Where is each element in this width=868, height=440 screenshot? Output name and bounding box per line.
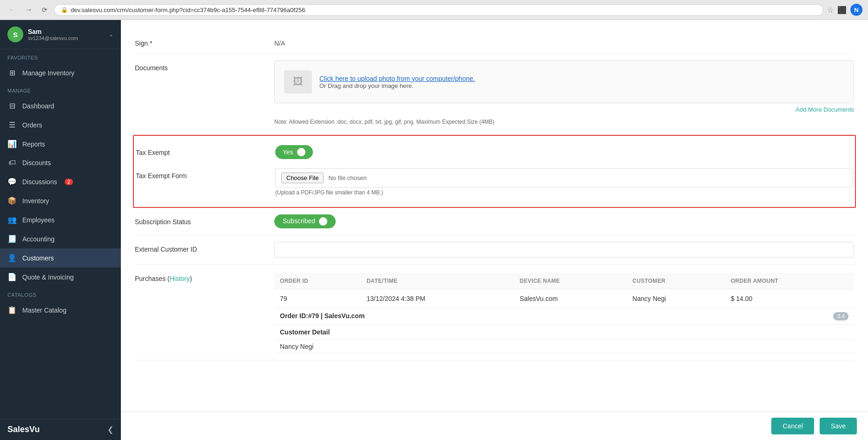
sidebar-item-inventory[interactable]: 📦 Inventory (0, 191, 121, 210)
manage-inventory-icon: ⊞ (7, 68, 17, 77)
reports-icon: 📊 (7, 140, 17, 148)
footer-bar: Cancel Save (121, 412, 868, 440)
user-name: Sam (28, 28, 104, 35)
cell-customer: Nancy Negi (627, 289, 725, 308)
external-customer-id-input[interactable] (274, 242, 854, 258)
add-more-docs-link[interactable]: Add More Documents (274, 103, 854, 116)
sidebar-item-customers-label: Customers (22, 254, 54, 262)
inventory-icon: 📦 (7, 196, 17, 205)
sidebar-item-reports[interactable]: 📊 Reports (0, 134, 121, 153)
accounting-icon: 🧾 (7, 234, 17, 243)
customer-name-cell: Nancy Negi (274, 340, 854, 353)
order-detail-cell: Order ID:#79 | SalesVu.com 3.4 (274, 308, 854, 325)
sidebar-item-discounts[interactable]: 🏷 Discounts (0, 153, 121, 172)
table-row: 79 13/12/2024 4:38 PM SalesVu.com Nancy … (274, 289, 854, 308)
browser-actions: ☆ ⬛ N (827, 4, 862, 16)
discussions-icon: 💬 (7, 177, 17, 186)
sign-row: Sign * N/A (135, 29, 854, 54)
discussions-badge: 2 (65, 179, 73, 185)
sidebar-item-manage-inventory[interactable]: ⊞ Manage Inventory (0, 63, 121, 82)
sidebar-item-orders[interactable]: ☰ Orders (0, 115, 121, 134)
history-link[interactable]: History (170, 275, 190, 282)
upload-text: Click here to upload photo from your com… (319, 75, 475, 89)
sidebar-item-master-catalog-label: Master Catalog (22, 307, 66, 314)
customers-icon: 👤 (7, 253, 17, 262)
external-customer-id-value (274, 242, 854, 258)
documents-label: Documents (135, 60, 265, 72)
browser-chrome: ← → ⟳ 🔒 dev.salesvu.com/crm/customer-for… (0, 0, 868, 20)
url-bar[interactable]: 🔒 dev.salesvu.com/crm/customer-form.php?… (54, 4, 823, 16)
no-file-text: No file chosen (328, 174, 366, 181)
customer-detail-row: Customer Detail (274, 325, 854, 340)
collapse-sidebar-button[interactable]: ❮ (107, 425, 113, 434)
quote-invoicing-icon: 📄 (7, 273, 17, 281)
tax-exempt-label: Tax Exempt (136, 145, 266, 156)
tax-exempt-row: Tax Exempt Yes (134, 140, 855, 164)
manage-section-label: MANAGE (0, 82, 121, 96)
sidebar-item-customers[interactable]: 👤 Customers (0, 248, 121, 267)
save-button[interactable]: Save (820, 418, 857, 434)
lock-icon: 🔒 (61, 7, 68, 13)
customer-detail-cell: Customer Detail (274, 325, 854, 340)
col-datetime: DATE/TIME (361, 273, 514, 289)
purchases-row: Purchases (History) ORDER ID DATE/TIME D… (135, 265, 854, 360)
choose-file-button[interactable]: Choose File (281, 173, 324, 183)
sidebar-bottom: SalesVu ❮ (0, 419, 121, 440)
user-info: Sam sv1234@salesvu.com (28, 28, 104, 41)
sidebar-item-orders-label: Orders (22, 121, 42, 129)
tax-exempt-form-value: Choose File No file chosen (Upload a PDF… (275, 168, 853, 198)
app-layout: S Sam sv1234@salesvu.com ⌄ FAVORITES ⊞ M… (0, 20, 868, 440)
upload-link[interactable]: Click here to upload photo from your com… (319, 75, 475, 82)
order-detail-row: Order ID:#79 | SalesVu.com 3.4 (274, 308, 854, 325)
note-text: Note: Allowed Extension :doc, docx, pdf,… (274, 116, 854, 128)
file-hint: (Upload a PDF/JPG file smaller than 4 MB… (275, 187, 853, 198)
sidebar-item-employees[interactable]: 👥 Employees (0, 210, 121, 229)
order-detail-badge: 3.4 (833, 312, 848, 320)
subscription-status-value: Subscribed (274, 214, 854, 228)
purchases-table-wrap: ORDER ID DATE/TIME DEVICE NAME CUSTOMER … (274, 271, 854, 353)
purchases-table: ORDER ID DATE/TIME DEVICE NAME CUSTOMER … (274, 273, 854, 353)
refresh-button[interactable]: ⟳ (39, 5, 50, 14)
employees-icon: 👥 (7, 215, 17, 224)
tax-exempt-toggle-wrap: Yes (275, 145, 313, 159)
tax-exempt-section: Tax Exempt Yes Tax Exempt Form Choose Fi… (133, 135, 856, 208)
file-input-wrap: Choose File No file chosen (275, 168, 853, 187)
table-header-row: ORDER ID DATE/TIME DEVICE NAME CUSTOMER … (274, 273, 854, 289)
sidebar-item-dashboard[interactable]: ⊟ Dashboard (0, 96, 121, 115)
cell-order-id: 79 (274, 289, 361, 308)
catalogs-section-label: CATALOGS (0, 287, 121, 300)
cell-order-amount: $ 14.00 (725, 289, 854, 308)
forward-button[interactable]: → (22, 5, 35, 15)
cancel-button[interactable]: Cancel (771, 418, 814, 434)
extensions-icon[interactable]: ⬛ (837, 6, 847, 14)
orders-icon: ☰ (7, 120, 17, 129)
sidebar: S Sam sv1234@salesvu.com ⌄ FAVORITES ⊞ M… (0, 20, 121, 440)
sidebar-item-master-catalog[interactable]: 📋 Master Catalog (0, 300, 121, 320)
sidebar-item-discussions[interactable]: 💬 Discussions 2 (0, 172, 121, 191)
sidebar-item-accounting-label: Accounting (22, 235, 54, 243)
sidebar-item-accounting[interactable]: 🧾 Accounting (0, 229, 121, 248)
salesvu-logo: SalesVu (7, 425, 40, 434)
sidebar-item-dashboard-label: Dashboard (22, 102, 54, 110)
favorites-section-label: FAVORITES (0, 49, 121, 63)
sidebar-item-discussions-label: Discussions (22, 178, 57, 186)
tax-exempt-toggle-button[interactable]: Yes (275, 145, 313, 159)
sidebar-item-employees-label: Employees (22, 216, 54, 224)
main-content: Sign * N/A Documents 🖼 Click here to upl… (121, 20, 868, 440)
col-device-name: DEVICE NAME (514, 273, 627, 289)
user-avatar: S (7, 27, 23, 42)
sidebar-item-discounts-label: Discounts (22, 159, 51, 167)
sidebar-user[interactable]: S Sam sv1234@salesvu.com ⌄ (0, 20, 121, 49)
back-button[interactable]: ← (6, 5, 19, 15)
subscription-status-toggle[interactable]: Subscribed (274, 214, 336, 228)
documents-upload-area[interactable]: 🖼 Click here to upload photo from your c… (274, 60, 854, 103)
tax-exempt-form-row: Tax Exempt Form Choose File No file chos… (134, 164, 855, 202)
sign-label: Sign * (135, 36, 265, 47)
bookmark-icon[interactable]: ☆ (827, 6, 834, 14)
url-text: dev.salesvu.com/crm/customer-form.php?ci… (71, 7, 305, 13)
master-catalog-icon: 📋 (7, 306, 17, 314)
dashboard-icon: ⊟ (7, 101, 17, 110)
external-customer-id-row: External Customer ID (135, 235, 854, 265)
sidebar-item-quote-invoicing[interactable]: 📄 Quote & Invoicing (0, 267, 121, 287)
profile-avatar[interactable]: N (850, 4, 862, 16)
